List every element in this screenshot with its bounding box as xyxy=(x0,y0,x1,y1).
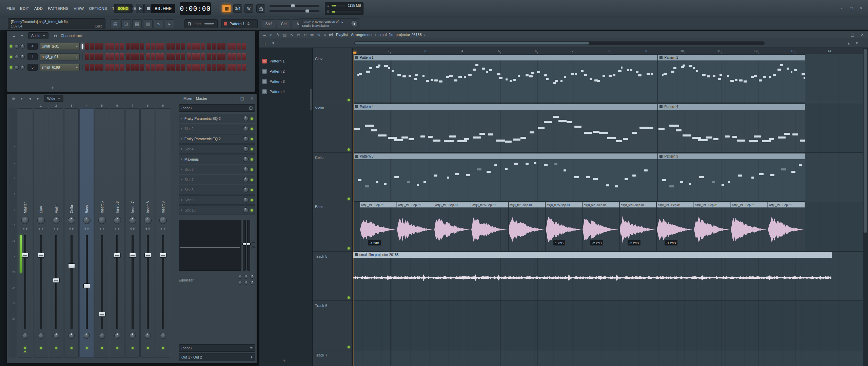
play-button[interactable] xyxy=(136,4,144,13)
step-cell[interactable] xyxy=(176,64,180,71)
step-cell[interactable] xyxy=(212,43,216,50)
step-cell[interactable] xyxy=(95,64,99,71)
mute-led[interactable] xyxy=(55,347,57,349)
audio-clip[interactable]: ostj8_fer..-Sep-01 xyxy=(434,202,471,251)
fx-slot-enable-led[interactable] xyxy=(251,128,253,130)
fx-slot-mix-knob[interactable] xyxy=(243,146,249,152)
maximize-icon[interactable]: □ xyxy=(849,32,856,37)
fx-slot-1[interactable]: Fruity Parametric EQ 2 xyxy=(179,114,255,123)
playlist-lane-track-6[interactable] xyxy=(353,301,863,350)
send-fader-1[interactable] xyxy=(243,220,246,271)
step-cell[interactable] xyxy=(95,43,99,50)
fx-slot-mix-knob[interactable] xyxy=(243,197,249,203)
eq-band-knob[interactable] xyxy=(238,281,242,285)
mixer-strip-clav[interactable]: Clav xyxy=(34,108,48,358)
step-cell[interactable] xyxy=(207,53,211,60)
channel-select-indicator[interactable] xyxy=(82,65,83,70)
stereo-sep-knob[interactable] xyxy=(38,333,44,339)
fx-slot-mix-knob[interactable] xyxy=(243,167,249,172)
detach-icon[interactable]: ▾ xyxy=(18,32,26,39)
step-cell[interactable] xyxy=(120,64,124,71)
step-cell[interactable] xyxy=(85,53,89,60)
pan-knob[interactable] xyxy=(21,217,29,224)
step-cell[interactable] xyxy=(126,53,130,60)
volume-fader[interactable] xyxy=(101,235,103,329)
step-cell[interactable] xyxy=(228,43,232,50)
stereo-sep-knob[interactable] xyxy=(114,333,120,339)
playback-icon[interactable]: ▸ xyxy=(322,32,329,38)
playlist-ruler[interactable]: 234567891011121314 xyxy=(353,48,863,54)
step-cell[interactable] xyxy=(120,53,124,60)
audio-clip[interactable]: ostj8_fer..-Sep-01 xyxy=(508,202,545,251)
channel-button[interactable]: Untitl_g-31+ xyxy=(40,43,80,50)
pattern-clip[interactable]: Pattern 1 xyxy=(658,54,805,103)
channel-enable-led[interactable] xyxy=(10,45,12,48)
step-cell[interactable] xyxy=(181,64,185,71)
pan-knob[interactable] xyxy=(83,217,91,224)
mute-led[interactable] xyxy=(132,347,134,349)
stepseq-icon[interactable]: ▦ xyxy=(132,19,142,28)
step-cell[interactable] xyxy=(90,64,94,71)
master-pitch-slider[interactable] xyxy=(270,5,319,7)
stereo-sep-knob[interactable] xyxy=(130,333,136,339)
playlist-track-header-track-7[interactable]: Track 7 xyxy=(313,350,352,366)
audio-clip[interactable]: ostj8_fer..-Sep-01 xyxy=(731,202,768,251)
track-led[interactable] xyxy=(348,198,350,200)
fx-slot-enable-led[interactable] xyxy=(251,138,253,140)
fx-slot-9[interactable]: Slot 9 xyxy=(179,195,255,205)
add-channel-button[interactable]: + xyxy=(51,85,54,90)
picker-item-pattern-4[interactable]: Pattern 4 xyxy=(259,87,312,97)
output-selector[interactable]: Out 1 - Out 2 xyxy=(179,353,255,361)
audio-clip[interactable]: ostj8_fer..-Sep-01 xyxy=(694,202,731,251)
fader-handle[interactable] xyxy=(38,253,44,258)
tempo-display[interactable]: 80.000 xyxy=(151,4,175,13)
fader-handle[interactable] xyxy=(22,253,28,258)
pattern-up-down-icons[interactable] xyxy=(247,22,255,25)
grid-icon[interactable]: ⊞ xyxy=(121,19,131,28)
wave-icon[interactable]: ∿ xyxy=(154,19,163,28)
mute-led[interactable] xyxy=(40,347,42,349)
step-cell[interactable] xyxy=(90,43,94,50)
step-cell[interactable] xyxy=(105,64,110,71)
playhead-marker[interactable] xyxy=(353,52,356,54)
step-cell[interactable] xyxy=(156,43,160,50)
minimize-icon[interactable]: – xyxy=(839,32,846,37)
song-mode-toggle[interactable]: SONG xyxy=(114,4,133,13)
mute-led[interactable] xyxy=(162,347,164,349)
step-cell[interactable] xyxy=(85,64,89,71)
playlist-lane-track-5[interactable]: small-film-projector-26188 xyxy=(353,252,863,301)
step-cell[interactable] xyxy=(176,53,180,60)
step-cell[interactable] xyxy=(207,43,211,50)
step-cell[interactable] xyxy=(207,64,211,71)
mute-led[interactable] xyxy=(86,347,88,349)
playlist-track-header-clav[interactable]: Clav xyxy=(313,54,352,103)
step-cell[interactable] xyxy=(187,43,191,50)
step-cell[interactable] xyxy=(140,43,144,50)
playlist-track-header-bass[interactable]: Bass xyxy=(313,202,352,251)
mute-led[interactable] xyxy=(71,347,73,349)
step-cell[interactable] xyxy=(99,64,103,71)
step-cell[interactable] xyxy=(201,53,205,60)
step-cell[interactable] xyxy=(135,43,139,50)
close-icon[interactable]: ✕ xyxy=(859,32,866,37)
stereo-sep-knob[interactable] xyxy=(53,333,59,339)
group-filter-dropdown[interactable]: Audio xyxy=(28,32,48,39)
step-cell[interactable] xyxy=(187,53,191,60)
fx-slot-4[interactable]: Slot 4 xyxy=(179,144,255,154)
vertical-scrollbar[interactable] xyxy=(863,48,868,366)
snap-selector[interactable]: Line xyxy=(184,19,218,28)
fx-slot-mix-knob[interactable] xyxy=(243,136,249,142)
delete-icon[interactable]: ✕ xyxy=(288,32,295,38)
playlist-crumb[interactable]: small-film-projector-26188 xyxy=(379,33,422,37)
step-cell[interactable] xyxy=(228,53,232,60)
track-led[interactable] xyxy=(348,296,350,299)
mixer-strip-insert-8[interactable]: Insert 8 xyxy=(140,108,155,358)
fx-slot-enable-led[interactable] xyxy=(251,148,253,150)
pan-knob[interactable] xyxy=(129,217,136,224)
step-cell[interactable] xyxy=(171,43,175,50)
mixer-route-number[interactable]: 5 xyxy=(27,64,38,71)
project-info-panel[interactable]: [DannyTarantola] ostj8_ferris_fair.flp 1… xyxy=(8,18,105,29)
pan-knob[interactable] xyxy=(37,217,45,224)
menu-item-file[interactable]: FILE xyxy=(5,5,16,12)
pan-knob[interactable] xyxy=(98,217,106,224)
